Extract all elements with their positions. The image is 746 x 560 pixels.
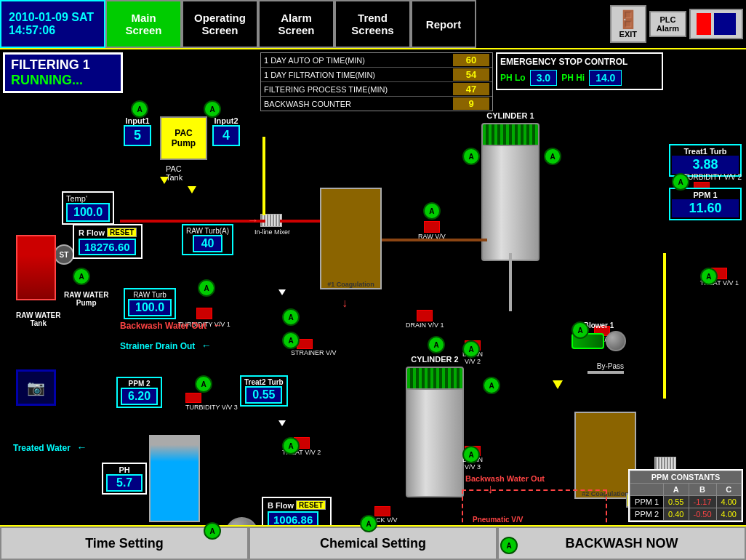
nav-operating[interactable]: Operating Screen [182,0,258,48]
flow-arrow-right-1: → [247,214,259,227]
info-label-0: 1 DAY AUTO OP TIME(MIN) [264,56,453,65]
indicator-a-1[interactable]: A [131,100,148,118]
chemical-setting-button[interactable]: Chemical Setting [249,527,497,560]
st-indicator[interactable]: ST [54,244,74,265]
ppm-row-0-label: PPM 1 [630,496,664,508]
backwash-now-button[interactable]: BACKWASH NOW [497,527,746,560]
nav-alarm[interactable]: Alarm Screen [258,0,334,48]
indicator-a-drain-vv2[interactable]: A [462,340,480,358]
indicator-a-cyl1-left[interactable]: A [462,148,480,165]
indicator-a-turb-vv3[interactable]: A [195,375,212,393]
raw-vv-valve[interactable] [424,221,440,233]
indicator-a-2[interactable]: A [204,100,221,118]
coag1-to-cyl1 [382,239,487,241]
backwash-out2-area: Backwash Water Out [465,471,545,484]
ppm2-panel: PPM 2 6.20 [116,377,162,408]
strainer-drain-label: Strainer Drain Out [120,341,195,351]
nav-report[interactable]: Report [411,0,476,48]
coag1-box: #1 Coagulation [320,188,382,289]
emergency-title: EMERGENCY STOP CONTROL [500,57,659,67]
input2-value[interactable]: 4 [212,125,240,146]
ph-lo-value[interactable]: 3.0 [530,70,557,86]
indicator-a-raw-vv[interactable]: A [423,202,441,220]
filtrate-tank [149,435,200,522]
b-flow-label: B Flow [268,501,294,510]
turbidity-vv3-area: TURBIDITY V/V 3 [185,393,238,411]
ppm-row-1-a: 0.40 [664,508,689,521]
raw-water-tank [16,235,56,300]
turbidity-vv1-valve[interactable] [196,308,212,319]
treat1-turb-value[interactable]: 3.88 [672,156,739,174]
indicator-a-backwash1[interactable]: A [282,308,300,326]
drain-vv1-valve[interactable] [417,310,433,321]
r-flow-reset-btn[interactable]: RESET [107,228,137,237]
cylinder1-area: A A CYLINDER 1 [481,111,540,261]
indicator-a-raw-pump[interactable]: A [73,268,90,285]
indicator-a-cyl1-right[interactable]: A [544,148,561,165]
input1-value[interactable]: 5 [124,125,151,146]
emergency-panel: EMERGENCY STOP CONTROL PH Lo 3.0 PH Hi 1… [496,52,663,90]
status-title-line2: RUNNING... [11,73,115,88]
temp-value[interactable]: 100.0 [66,203,110,222]
indicator-a-cyl2-right[interactable]: A [483,377,500,394]
backwash-out1-area: Backwash Water Out ← [120,319,222,332]
indicator-a-blower2[interactable]: A [500,537,518,554]
pac-pump-box[interactable]: PAC Pump [160,116,207,160]
exit-button[interactable]: 🚪 EXIT [610,5,646,43]
blower1-area: A Blower 1 [571,321,626,351]
raw-turb-a-value[interactable]: 40 [193,235,223,252]
indicator-a-turb-vv2[interactable]: A [672,173,689,191]
treat1-turb-panel: Treat1 Turb 3.88 [669,144,742,177]
turbidity-vv2-label: TURBIDITY V/V 2 [683,173,742,181]
indicator-a-drain-vv3[interactable]: A [462,446,480,463]
indicator-a-b-flow[interactable]: A [360,515,377,532]
ppm-constants-title: PPM CONSTANTS [630,471,742,484]
cylinder2-body [406,367,464,497]
indicator-a-treat-vv2[interactable]: A [282,437,300,455]
ph-hi-value[interactable]: 14.0 [589,70,622,86]
cylinder2-label: CYLINDER 2 [406,355,464,364]
ppm-row-1-c: 4.00 [716,508,741,521]
yellow-arrow-1 [188,186,196,193]
inline-mixer-2 [654,457,676,470]
ph-value[interactable]: 5.7 [106,474,143,492]
turbidity-vv3-valve[interactable] [185,393,201,403]
raw-turb-a-label: RAW Turb(A) [186,227,229,235]
ppm-row-1-b: -0.50 [689,508,716,521]
nav-main[interactable]: Main Screen [105,0,182,48]
indicator-a-strainer[interactable]: A [282,332,300,349]
info-row-1: 1 DAY FILTRATION TIME(MIN) 54 [261,68,492,82]
indicator-a-cyl2-top[interactable]: A [428,336,445,353]
raw-water-pump-label: RAW WATER Pump [64,291,108,307]
raw-turb-value[interactable]: 100.0 [128,299,172,316]
plc-alarm-display: PLC Alarm [649,11,686,37]
info-value-3: 9 [453,97,489,110]
date-text: 2010-01-09 SAT [9,11,97,24]
ppm2-value[interactable]: 6.20 [121,388,158,405]
nav-trend[interactable]: Trend Screens [334,0,411,48]
ppm-col-a: A [664,484,689,496]
status-panel: FILTERING 1 RUNNING... [3,52,123,93]
drain-vv1-area: DRAIN V/V 1 [406,310,444,329]
datetime-display: 2010-01-09 SAT 14:57:06 [0,0,105,48]
b-flow-reset-btn[interactable]: RESET [296,500,326,510]
r-flow-value[interactable]: 18276.60 [79,239,136,255]
inline-mixer-1-label: In-line Mixer [254,228,290,236]
info-panel: 1 DAY AUTO OP TIME(MIN) 60 1 DAY FILTRAT… [260,52,493,111]
drain-vv1-label: DRAIN V/V 1 [406,321,444,329]
info-value-2: 47 [453,83,489,95]
ppm-row-0-c: 4.00 [716,496,741,508]
indicator-a-raw-turb[interactable]: A [198,279,215,297]
info-row-3: BACKWASH COUNTER 9 [261,97,492,111]
ppm1-value[interactable]: 11.60 [672,199,739,217]
ppm-row-0-b: -1.17 [689,496,716,508]
indicator-a-treat-vv1[interactable]: A [700,268,718,285]
treat2-turb-value[interactable]: 0.55 [245,386,282,404]
emergency-row: PH Lo 3.0 PH Hi 14.0 [500,70,659,86]
exit-label: EXIT [619,30,637,39]
r-flow-label: R Flow [79,228,105,237]
indicator-a-filtrate[interactable]: A [204,522,221,540]
pipe-h-2 [280,220,324,223]
back-vv-valve[interactable] [374,506,390,516]
indicator-a-blower1[interactable]: A [571,321,589,339]
